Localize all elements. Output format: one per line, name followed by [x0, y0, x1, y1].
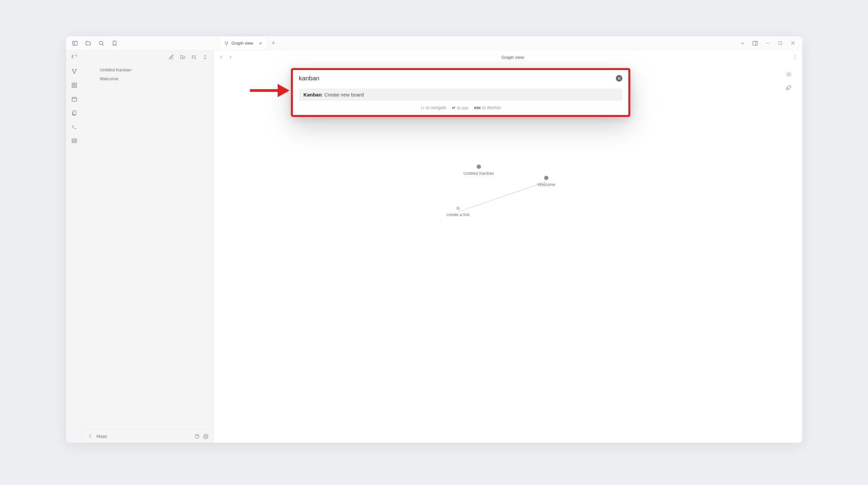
svg-point-13 [72, 69, 73, 70]
node-dot-icon [456, 206, 460, 210]
svg-point-36 [788, 74, 790, 75]
sidebar-toolbar [83, 50, 214, 64]
svg-rect-16 [72, 83, 74, 85]
graph-tools [786, 72, 792, 90]
node-label: Untitled Kanban [464, 171, 494, 176]
slides-icon[interactable] [71, 137, 78, 144]
sidebar-layout-icon[interactable] [72, 40, 78, 46]
new-tab-button[interactable]: + [267, 40, 280, 47]
titlebar: Graph view × + [66, 36, 802, 50]
svg-point-6 [226, 44, 227, 45]
annotation-arrow-icon [249, 81, 289, 101]
panel-right-icon[interactable] [752, 40, 758, 46]
sync-icon[interactable] [88, 434, 93, 439]
minimize-button[interactable] [765, 40, 771, 46]
node-label: create a link [446, 212, 469, 217]
file-item[interactable]: Untitled Kanban [83, 65, 214, 74]
tab-strip: Graph view × + [219, 36, 280, 50]
svg-rect-7 [753, 41, 757, 45]
palette-result-rest: : Create new board [321, 92, 364, 97]
command-palette-box: ✕ Kanban: Create new board ↑↓to navigate… [291, 68, 630, 117]
svg-point-2 [99, 41, 103, 45]
svg-rect-10 [779, 41, 782, 45]
svg-point-5 [227, 41, 228, 42]
sort-icon[interactable] [191, 55, 196, 60]
svg-rect-17 [74, 83, 76, 85]
bookmark-icon[interactable] [112, 40, 118, 46]
graph-settings-icon[interactable] [786, 72, 792, 77]
graph-icon[interactable] [71, 68, 78, 75]
tab-graph-view[interactable]: Graph view × [219, 36, 267, 50]
main-pane: Graph view [214, 50, 802, 443]
sidebar: Untitled Kanban Welcome Maaz [83, 50, 214, 443]
svg-rect-24 [73, 111, 76, 115]
svg-point-14 [75, 69, 76, 70]
palette-hints: ↑↓to navigate ↵to use escto dismiss [299, 101, 622, 112]
graph-filter-icon[interactable] [786, 85, 792, 90]
daily-note-icon[interactable] [71, 96, 78, 103]
settings-icon[interactable] [203, 434, 208, 439]
svg-marker-38 [278, 84, 289, 97]
window-controls [733, 40, 802, 46]
chevron-down-icon[interactable] [740, 40, 745, 46]
canvas-icon[interactable] [71, 82, 78, 89]
svg-point-33 [795, 55, 795, 56]
nav-back-icon[interactable] [219, 55, 224, 60]
palette-clear-icon[interactable]: ✕ [616, 75, 622, 82]
app-body: Untitled Kanban Welcome Maaz [66, 50, 802, 443]
svg-rect-0 [73, 41, 77, 45]
graph-fork-icon [224, 41, 229, 46]
palette-input[interactable] [299, 75, 613, 82]
left-ribbon [66, 50, 83, 443]
graph-node[interactable]: create a link [446, 206, 469, 217]
help-icon[interactable] [194, 434, 200, 439]
tab-close-icon[interactable]: × [259, 40, 262, 46]
maximize-button[interactable] [777, 40, 783, 46]
svg-rect-19 [74, 86, 76, 88]
templates-icon[interactable] [71, 110, 78, 116]
palette-result-match: Kanban [303, 92, 321, 97]
graph-edge [458, 181, 547, 212]
titlebar-left-tools [66, 36, 123, 50]
tab-label: Graph view [231, 40, 253, 46]
svg-rect-20 [72, 97, 76, 102]
new-folder-icon[interactable] [180, 55, 185, 60]
graph-node[interactable]: Welcome [537, 176, 555, 187]
svg-rect-18 [72, 86, 74, 88]
main-header: Graph view [214, 50, 802, 64]
close-window-button[interactable] [790, 40, 796, 46]
file-item[interactable]: Welcome [83, 74, 214, 83]
quick-switcher-icon[interactable] [71, 54, 78, 61]
palette-result-item[interactable]: Kanban: Create new board [299, 89, 622, 101]
file-list: Untitled Kanban Welcome [83, 64, 214, 429]
graph-canvas[interactable]: Untitled Kanban Welcome create a link [214, 64, 802, 443]
search-icon[interactable] [98, 40, 104, 46]
app-window: Graph view × + [66, 36, 802, 443]
sidebar-footer: Maaz [83, 429, 214, 443]
node-dot-icon [544, 176, 549, 180]
vault-name: Maaz [96, 434, 107, 439]
svg-point-35 [795, 58, 795, 59]
view-title: Graph view [233, 55, 793, 60]
svg-point-15 [74, 73, 74, 74]
folder-icon[interactable] [85, 40, 91, 46]
new-note-icon[interactable] [169, 55, 174, 60]
command-palette: ✕ Kanban: Create new board ↑↓to navigate… [291, 68, 630, 117]
svg-point-34 [795, 57, 795, 57]
svg-point-4 [225, 41, 225, 42]
svg-line-3 [102, 44, 103, 45]
svg-rect-26 [72, 139, 76, 143]
svg-point-32 [205, 436, 206, 437]
collapse-icon[interactable] [203, 55, 208, 60]
nav-forward-icon[interactable] [228, 55, 233, 60]
more-icon[interactable] [793, 55, 798, 60]
graph-node[interactable]: Untitled Kanban [464, 165, 494, 176]
command-palette-icon[interactable] [71, 123, 78, 130]
node-dot-icon [476, 165, 481, 169]
node-label: Welcome [537, 182, 555, 187]
svg-rect-27 [73, 140, 75, 142]
